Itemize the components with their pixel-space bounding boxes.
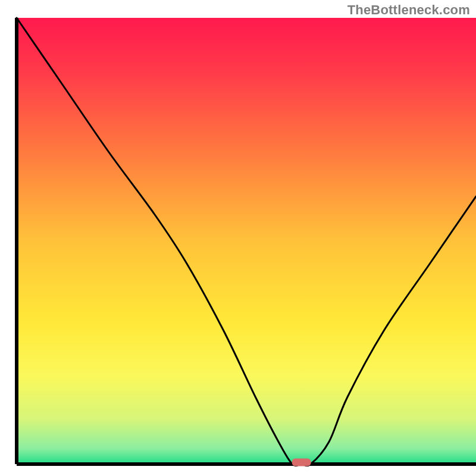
optimal-marker — [292, 459, 311, 466]
bottleneck-chart — [0, 0, 476, 476]
plot-background — [17, 18, 476, 464]
attribution-text: TheBottleneck.com — [347, 2, 470, 18]
chart-container: TheBottleneck.com — [0, 0, 476, 476]
